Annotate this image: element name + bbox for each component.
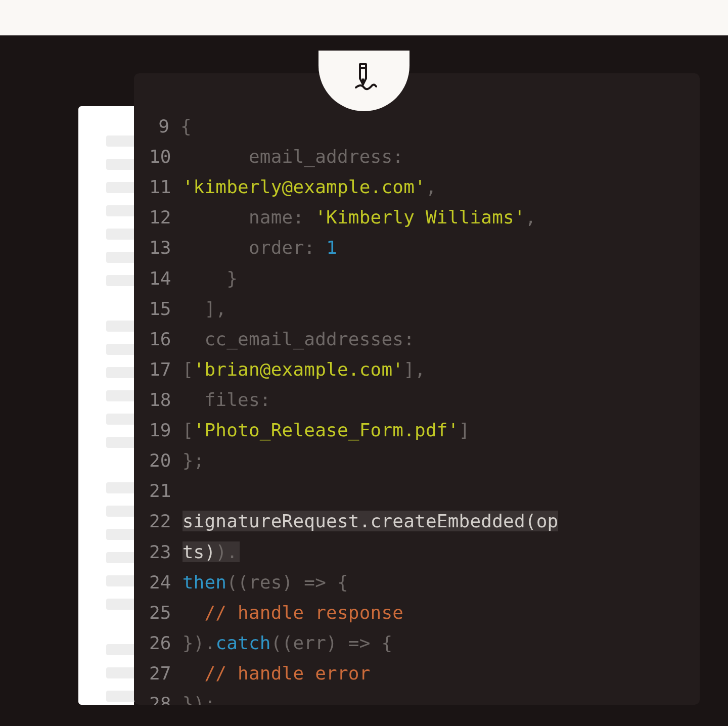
code-token: // handle error [183, 663, 371, 684]
code-line[interactable]: 17['brian@example.com'], [149, 354, 700, 385]
code-line[interactable]: 10 email_address: [149, 142, 700, 172]
line-number: 27 [149, 658, 183, 689]
line-number: 22 [149, 506, 183, 536]
code-token: ] [459, 420, 470, 440]
code-token: order: [183, 237, 326, 258]
code-line[interactable]: 24then((res) => { [149, 567, 700, 598]
code-content[interactable]: ['Photo_Release_Form.pdf'] [183, 415, 700, 445]
code-line[interactable]: 11'kimberly@example.com', [149, 172, 700, 202]
code-token: name: [183, 207, 315, 228]
code-token: 1 [326, 237, 337, 258]
code-token: 'brian@example.com' [194, 359, 404, 380]
code-line[interactable]: 25 // handle response [149, 598, 700, 628]
code-token: 'kimberly@example.com' [183, 176, 426, 197]
code-token: { [180, 116, 192, 137]
code-content[interactable] [183, 476, 700, 506]
code-editor[interactable]: 9{10 email_address:11'kimberly@example.c… [134, 73, 700, 705]
code-line[interactable]: 27 // handle error [149, 658, 700, 689]
code-content[interactable]: files: [183, 385, 700, 415]
line-number: 25 [149, 598, 183, 628]
code-line[interactable]: 19['Photo_Release_Form.pdf'] [149, 415, 700, 445]
code-token: [ [183, 420, 194, 440]
code-token: files: [183, 389, 271, 410]
code-content[interactable]: }; [183, 445, 700, 476]
code-line[interactable]: 18 files: [149, 385, 700, 415]
code-content[interactable]: }).catch((err) => { [183, 628, 700, 658]
code-token [183, 480, 194, 501]
code-content[interactable]: ['brian@example.com'], [183, 354, 700, 385]
line-number: 18 [149, 385, 183, 415]
code-line[interactable]: 28}); [149, 689, 700, 705]
code-content[interactable]: cc_email_addresses: [183, 324, 700, 354]
code-token: }). [183, 632, 216, 653]
code-token: then [183, 572, 227, 593]
code-content[interactable]: ts)). [183, 537, 700, 567]
code-content[interactable]: } [183, 263, 700, 294]
code-line[interactable]: 12 name: 'Kimberly Williams', [149, 202, 700, 233]
code-content[interactable]: email_address: [183, 142, 700, 172]
code-token: , [525, 207, 536, 228]
line-number: 19 [149, 415, 183, 445]
line-number: 23 [149, 537, 183, 567]
line-number: 20 [149, 445, 183, 476]
code-token: // handle response [183, 602, 403, 623]
code-line[interactable]: 20}; [149, 445, 700, 476]
line-number: 24 [149, 567, 183, 598]
code-line[interactable]: 13 order: 1 [149, 233, 700, 263]
line-number: 9 [149, 111, 180, 142]
line-number: 14 [149, 263, 183, 294]
code-token: }); [183, 693, 216, 705]
code-content[interactable]: }); [183, 689, 700, 705]
code-line[interactable]: 21 [149, 476, 700, 506]
code-token: ). [215, 541, 240, 562]
code-token: } [183, 268, 238, 289]
pen-signature-icon [348, 60, 380, 93]
code-content[interactable]: signatureRequest.createEmbedded(op [183, 506, 700, 536]
code-line[interactable]: 14 } [149, 263, 700, 294]
line-number: 11 [149, 172, 183, 202]
code-token: ((err) => { [271, 632, 393, 653]
top-bar [0, 0, 728, 35]
line-number: 13 [149, 233, 183, 263]
code-line[interactable]: 26}).catch((err) => { [149, 628, 700, 658]
code-token: 'Photo_Release_Form.pdf' [194, 420, 459, 440]
code-content[interactable]: then((res) => { [183, 567, 700, 598]
code-content[interactable]: ], [183, 294, 700, 324]
code-content[interactable]: 'kimberly@example.com', [183, 172, 700, 202]
code-line[interactable]: 9{ [149, 111, 700, 142]
code-content[interactable]: order: 1 [183, 233, 700, 263]
code-token: , [426, 176, 437, 197]
code-token: [ [183, 359, 194, 380]
code-token: catch [215, 632, 270, 653]
document-preview [78, 106, 134, 705]
code-line[interactable]: 16 cc_email_addresses: [149, 324, 700, 354]
line-number: 12 [149, 202, 183, 233]
line-number: 15 [149, 294, 183, 324]
code-token: email_address: [183, 146, 403, 167]
line-number: 17 [149, 354, 183, 385]
code-line[interactable]: 22signatureRequest.createEmbedded(op [149, 506, 700, 536]
code-token: ts) [183, 541, 216, 562]
code-content[interactable]: // handle response [183, 598, 700, 628]
code-content[interactable]: name: 'Kimberly Williams', [183, 202, 700, 233]
code-line[interactable]: 23ts)). [149, 537, 700, 567]
code-token: }; [183, 450, 205, 471]
code-token: ], [183, 298, 227, 319]
code-line[interactable]: 15 ], [149, 294, 700, 324]
code-content[interactable]: // handle error [183, 658, 700, 689]
code-token: ], [403, 359, 426, 380]
line-number: 16 [149, 324, 183, 354]
main-container: 9{10 email_address:11'kimberly@example.c… [0, 35, 728, 726]
line-number: 10 [149, 142, 183, 172]
code-token: ((res) => { [226, 572, 348, 593]
code-token: signatureRequest.createEmbedded(op [183, 511, 559, 531]
line-number: 28 [149, 689, 183, 705]
code-content[interactable]: { [180, 111, 700, 142]
line-number: 21 [149, 476, 183, 506]
line-number: 26 [149, 628, 183, 658]
code-token: cc_email_addresses: [183, 329, 415, 349]
code-token: 'Kimberly Williams' [315, 207, 525, 228]
